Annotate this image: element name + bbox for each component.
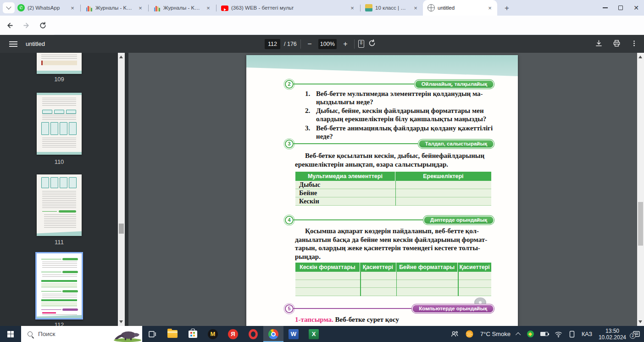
start-button[interactable] <box>0 326 21 342</box>
pdf-more-icon[interactable] <box>631 40 638 48</box>
weather-icon[interactable] <box>465 330 474 338</box>
close-icon[interactable]: × <box>412 4 419 11</box>
pdf-thumbnail-sidebar: 109 110 <box>0 53 128 326</box>
tab-youtube[interactable]: (363) WEB - беттегі мульт × <box>217 0 360 16</box>
minimize-button[interactable] <box>597 0 613 16</box>
multimedia-table: Мультимедиа элементтері Ерекшеліктері Ды… <box>295 172 491 206</box>
table-header-cell: Мультимедиа элементтері <box>295 172 395 181</box>
thumbnail-page-111[interactable] <box>37 174 82 236</box>
pdf-toolbar: untitled 112 / 176 − 100% + <box>0 35 644 53</box>
search-placeholder: Поиск <box>38 331 55 337</box>
opera-browser-button[interactable] <box>243 326 263 342</box>
tab-publisher[interactable]: 10 класс | Издательство а × <box>361 0 423 16</box>
table-row: Дыбыс <box>295 181 491 189</box>
close-icon[interactable]: × <box>69 4 76 11</box>
scroll-up-icon[interactable] <box>638 56 642 58</box>
activity-badge: Компьютерде орындайық <box>412 304 494 313</box>
close-window-button[interactable]: ✕ <box>628 0 644 16</box>
tab-title: (2) WhatsApp <box>28 5 66 11</box>
table-row-empty <box>295 280 491 288</box>
question-item: 1. Веб-бетте мультимедиа элементтерін қо… <box>305 90 494 106</box>
tab-kundelik-1[interactable]: Журналы - Kundelik.kz × <box>81 0 148 16</box>
pdf-menu-icon[interactable] <box>9 41 17 47</box>
word-button[interactable]: W <box>283 326 304 342</box>
reload-button[interactable] <box>36 18 50 32</box>
thumbnail-label: 112 <box>37 321 82 326</box>
activity-badge: Ойланайық, талқылайық <box>415 80 494 89</box>
wifi-icon[interactable] <box>555 331 562 337</box>
new-tab-button[interactable]: + <box>502 3 512 13</box>
zoom-out-button[interactable]: − <box>305 40 315 48</box>
table-header-cell: Қасиеттері <box>360 263 396 272</box>
close-icon[interactable]: × <box>486 4 494 11</box>
table-header-cell: Кескін форматтары <box>295 263 360 272</box>
activity-line <box>294 308 412 309</box>
tab-untitled-active[interactable]: untitled × <box>423 0 497 16</box>
notification-center-icon[interactable]: 2 <box>633 330 640 338</box>
activity-row-5: 5 Компьютерде орындайық <box>285 304 494 313</box>
tab-title: (363) WEB - беттегі мульт <box>231 5 346 11</box>
maxthon-browser-button[interactable]: M <box>203 326 223 342</box>
kundelik-icon <box>85 4 93 11</box>
search-icon <box>28 331 33 336</box>
page-number-input[interactable]: 112 <box>265 39 280 49</box>
clock[interactable]: 13:50 10.02.2024 <box>599 328 626 341</box>
tab-title: 10 класс | Издательство а <box>375 5 409 11</box>
fit-page-icon[interactable] <box>358 40 364 48</box>
page-total-label: / 176 <box>284 41 297 47</box>
thumbnail-page-112-selected[interactable] <box>35 252 83 320</box>
maximize-button[interactable] <box>613 0 628 16</box>
weather-text[interactable]: 7°C Smoke <box>480 331 511 337</box>
tab-kundelik-2[interactable]: Журналы - Kundelik.kz × <box>149 0 216 16</box>
notebook-task-paragraph: Қосымша ақпарат көздерін пайдаланып, веб… <box>295 227 494 261</box>
phone-link-icon[interactable] <box>569 331 575 338</box>
tab-whatsapp[interactable]: ✆ (2) WhatsApp × <box>13 0 80 16</box>
microsoft-store-button[interactable] <box>183 326 203 342</box>
activity-number: 3 <box>285 140 294 148</box>
excel-button[interactable]: X <box>304 326 324 342</box>
activity-badge: Талдап, салыстырайық <box>418 140 494 148</box>
zoom-in-button[interactable]: + <box>340 40 350 48</box>
youtube-icon <box>221 6 228 11</box>
thumbnail-page-109[interactable] <box>37 53 82 74</box>
taskbar-search-box[interactable]: Поиск <box>21 326 142 342</box>
sidebar-scroll-thumb[interactable] <box>119 224 124 234</box>
windows-logo-icon <box>7 331 14 337</box>
close-icon[interactable]: × <box>137 4 144 11</box>
rotate-icon[interactable] <box>368 39 376 49</box>
pdf-page-controls: 112 / 176 − 100% + <box>265 35 376 53</box>
back-button[interactable] <box>3 18 17 32</box>
close-icon[interactable]: × <box>205 4 212 11</box>
zoom-level-input[interactable]: 100% <box>318 39 337 49</box>
tray-chevron-icon[interactable] <box>517 332 521 336</box>
search-highlight-anteater-image <box>112 327 142 342</box>
sidebar-scrollbar[interactable] <box>118 53 125 326</box>
activity-number: 5 <box>285 304 294 313</box>
battery-icon[interactable] <box>540 332 548 336</box>
pdf-download-icon[interactable] <box>595 39 603 49</box>
scroll-down-icon[interactable] <box>638 320 642 323</box>
scroll-down-icon[interactable] <box>119 320 123 323</box>
kundelik-icon <box>153 4 161 11</box>
language-indicator[interactable]: КАЗ <box>582 331 592 337</box>
close-icon[interactable]: × <box>349 4 356 11</box>
forward-button[interactable] <box>19 18 33 32</box>
activity-line <box>294 143 418 144</box>
tab-title: Журналы - Kundelik.kz <box>95 5 134 11</box>
clock-time: 13:50 <box>599 328 626 334</box>
pdf-viewer-canvas[interactable]: 2 Ойланайық, талқылайық 1. Веб-бетте мул… <box>128 53 637 326</box>
main-scrollbar[interactable] <box>637 53 644 326</box>
people-icon[interactable] <box>450 330 459 338</box>
table-header-cell: Ерекшеліктері <box>395 172 491 181</box>
task1-label: 1-тапсырма. <box>295 316 333 323</box>
chrome-browser-button-active[interactable] <box>263 326 283 342</box>
task-view-button[interactable] <box>142 326 162 342</box>
yandex-browser-button[interactable]: Я <box>223 326 243 342</box>
main-scroll-thumb[interactable] <box>638 202 643 246</box>
formats-table: Кескін форматтары Қасиеттері Бейне форма… <box>295 263 491 296</box>
thumbnail-page-110[interactable] <box>37 93 82 155</box>
file-explorer-button[interactable] <box>162 326 183 342</box>
pdf-print-icon[interactable] <box>613 39 621 49</box>
antivirus-icon[interactable] <box>527 331 534 337</box>
scroll-up-icon[interactable] <box>119 56 123 58</box>
